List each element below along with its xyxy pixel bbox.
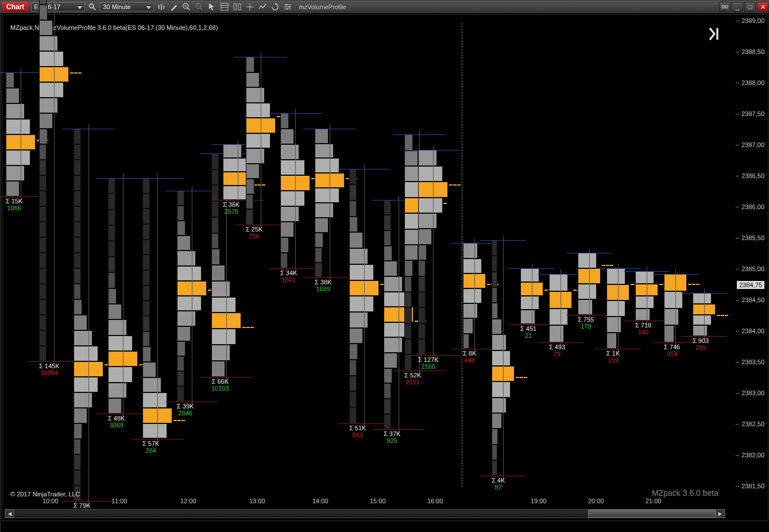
volume-profile-bar[interactable]: Σ 746314 <box>664 274 687 342</box>
scroll-thumb[interactable] <box>588 510 716 518</box>
y-tick: 2385,00 <box>741 265 764 272</box>
app-window: Chart ES 06-17 30 Minute <box>0 0 769 532</box>
cursor-icon[interactable] <box>207 2 217 12</box>
draw-icon[interactable] <box>169 2 179 12</box>
chart-tab[interactable]: Chart <box>2 2 29 12</box>
y-tick: 2383,00 <box>741 390 764 396</box>
x-tick: 11:00 <box>111 498 127 504</box>
bar-label: Σ 49329 <box>549 344 565 357</box>
y-tick: 2388,00 <box>741 79 764 86</box>
bar-label: Σ 145K10854 <box>39 363 60 376</box>
x-tick: 15:00 <box>370 498 386 504</box>
volume-profile-bar[interactable]: Σ 8K448 <box>463 243 486 349</box>
svg-rect-2 <box>159 5 160 9</box>
svg-rect-12 <box>221 3 228 10</box>
bar-label: Σ 903299 <box>693 337 709 351</box>
volume-profile-bar[interactable]: Σ 1K159 <box>606 268 629 349</box>
chart-plot[interactable]: Σ 15K1066Σ 145K10854Σ 79K2240Σ 48K3069Σ … <box>2 23 725 487</box>
x-tick: 10:00 <box>42 498 59 504</box>
volume-profile-bar[interactable]: Σ 57K284 <box>142 178 172 439</box>
volume-profile-bar[interactable]: Σ 718140 <box>635 271 658 321</box>
y-tick: 2384,00 <box>741 327 764 334</box>
bar-label: Σ 38K1689 <box>315 279 331 292</box>
volume-profile-bar[interactable]: Σ 25K256 <box>246 57 276 225</box>
volume-profile-bar[interactable]: Σ 39K2046 <box>177 191 207 402</box>
volume-profile-bar[interactable]: Σ 38K1689 <box>315 129 345 277</box>
bar-label: Σ 34K1841 <box>280 269 297 283</box>
x-tick: 16:00 <box>427 498 443 504</box>
svg-rect-25 <box>722 6 724 8</box>
volume-profile-bar[interactable]: Σ 755179 <box>578 253 601 315</box>
bar-label: Σ 66K10103 <box>211 378 229 392</box>
svg-rect-15 <box>234 4 236 10</box>
search-icon[interactable] <box>87 2 98 12</box>
bar-label: Σ 15K1066 <box>6 198 22 211</box>
bar-label: Σ 755179 <box>578 316 594 330</box>
volume-profile-bar[interactable]: Σ 51K563 <box>349 169 379 423</box>
maximize-icon[interactable]: □ <box>744 2 756 12</box>
bar-label: Σ 39K2046 <box>177 403 194 417</box>
svg-point-0 <box>90 4 94 8</box>
x-axis[interactable]: 10:0011:0012:0013:0014:0015:0016:0019:00… <box>2 498 725 508</box>
volume-profile-bar[interactable]: Σ 145K10854 <box>39 0 69 361</box>
bar-label: Σ 4K87 <box>492 477 505 491</box>
y-tick: 2381,50 <box>741 483 764 489</box>
volume-profile-bar[interactable]: Σ 48K3069 <box>108 178 138 414</box>
indicator-icon[interactable] <box>257 2 268 12</box>
bar-label: Σ 51K563 <box>349 425 366 438</box>
svg-point-22 <box>285 4 287 6</box>
data-box-icon[interactable] <box>219 2 230 12</box>
close-icon[interactable]: ✕ <box>757 2 768 12</box>
volume-profile-bar[interactable]: Σ 45121 <box>520 268 543 324</box>
x-tick: 21:00 <box>646 498 662 504</box>
scroll-left-icon[interactable]: ◄ <box>5 510 14 518</box>
bar-label: Σ 8K448 <box>463 350 476 364</box>
scroll-track[interactable] <box>14 510 716 518</box>
y-tick: 2384,50 <box>741 296 764 303</box>
svg-point-24 <box>287 8 288 10</box>
scrollbar[interactable]: ◄ ► <box>5 509 725 518</box>
volume-profile-bar[interactable]: Σ 15K1066 <box>6 72 36 196</box>
x-tick: 14:00 <box>312 498 329 504</box>
version-label: MZpack 3.6.0 beta <box>652 488 718 498</box>
bar-label: Σ 48K3069 <box>108 415 125 429</box>
window-controls: _ □ ✕ <box>719 2 768 12</box>
zoom-in-icon[interactable] <box>181 2 192 12</box>
crosshair-icon[interactable] <box>245 2 255 12</box>
refresh-icon[interactable] <box>270 2 280 12</box>
y-tick: 2386,00 <box>741 203 764 210</box>
x-tick: 13:00 <box>249 498 265 504</box>
properties-icon[interactable] <box>283 2 293 12</box>
volume-profile-bar[interactable]: Σ 34K1841 <box>280 113 310 268</box>
volume-profile-bar[interactable]: Σ 49329 <box>549 274 572 342</box>
y-tick: 2387,50 <box>741 110 764 117</box>
volume-profile-bar[interactable]: Σ 127K2160 <box>418 150 448 354</box>
link-icon[interactable] <box>719 2 731 12</box>
minimize-icon[interactable]: _ <box>732 2 743 12</box>
svg-rect-26 <box>725 6 728 8</box>
copyright: © 2017 NinjaTrader, LLC <box>10 491 80 498</box>
interval-selector[interactable]: 30 Minute <box>100 2 154 11</box>
y-tick: 2385,50 <box>741 234 764 241</box>
y-axis[interactable]: 2389,002388,502388,002387,502387,002386,… <box>728 21 764 486</box>
chart-area[interactable]: MZpack.NT8.mzVolumeProfile 3.6.0 beta(ES… <box>2 14 768 521</box>
zoom-out-icon[interactable] <box>194 2 204 12</box>
bar-label: Σ 52K2111 <box>404 372 421 385</box>
y-tick: 2389,00 <box>741 17 764 24</box>
scroll-right-icon[interactable]: ► <box>716 510 725 518</box>
svg-point-23 <box>289 6 291 8</box>
volume-profile-bar[interactable]: Σ 79K2240 <box>74 129 103 501</box>
y-tick: 2386,50 <box>741 172 764 179</box>
x-tick: 20:00 <box>588 498 604 504</box>
candles-icon[interactable] <box>156 2 167 12</box>
volume-profile-bar[interactable]: Σ 903299 <box>693 293 716 337</box>
svg-rect-3 <box>161 4 162 10</box>
current-price-label: 2384,75 <box>737 281 764 289</box>
bar-label: Σ 57K284 <box>142 440 159 454</box>
title-label: mzVolumeProfile <box>299 3 346 10</box>
chart-trader-icon[interactable] <box>232 2 242 12</box>
bar-label: Σ 45121 <box>520 325 536 339</box>
y-tick: 2387,00 <box>741 141 764 148</box>
volume-profile-bar[interactable]: Σ 4K87 <box>492 240 515 476</box>
svg-rect-16 <box>238 4 241 10</box>
